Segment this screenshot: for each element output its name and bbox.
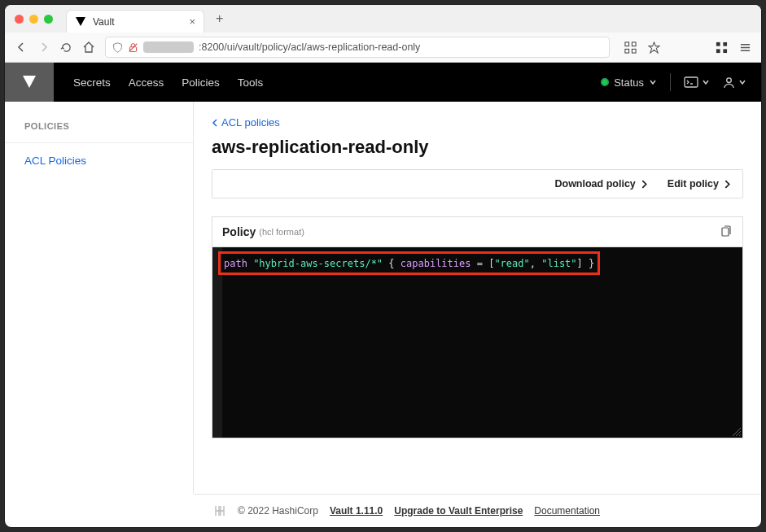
nav-tools[interactable]: Tools [238,76,264,89]
back-button[interactable] [15,41,28,54]
chevron-down-icon [738,78,746,86]
nav-access[interactable]: Access [129,76,164,89]
download-policy-button[interactable]: Download policy [554,178,647,190]
svg-rect-6 [716,41,720,46]
copy-icon[interactable] [720,225,733,238]
breadcrumb-label: ACL policies [221,116,280,129]
browser-tab[interactable]: Vault × [66,10,204,33]
edit-policy-button[interactable]: Edit policy [668,178,731,190]
highlighted-region: path "hybrid-aws-secrets/*" { capabiliti… [218,251,600,275]
chevron-down-icon [649,78,657,86]
vault-top-nav: Secrets Access Policies Tools Status [5,63,761,102]
breadcrumb[interactable]: ACL policies [212,116,743,129]
url-path: :8200/ui/vault/policy/acl/aws-replicatio… [199,41,420,53]
svg-rect-8 [716,49,720,53]
maximize-window-button[interactable] [44,15,53,24]
code-gutter [212,247,222,438]
hamburger-menu-icon[interactable] [739,41,751,54]
svg-rect-4 [625,49,629,53]
policy-panel: Policy (hcl format) path "hybrid-aws-sec… [212,216,743,438]
chevron-right-icon [724,180,731,189]
new-tab-button[interactable]: + [211,11,228,26]
panel-title: Policy [222,225,256,238]
svg-point-14 [727,77,732,82]
footer-upgrade-link[interactable]: Upgrade to Vault Enterprise [394,505,523,517]
tab-title: Vault [93,16,182,28]
shield-icon [112,42,123,53]
svg-rect-15 [722,228,729,236]
bookmark-star-icon[interactable] [648,41,660,54]
window-controls [11,15,59,24]
user-dropdown[interactable] [723,76,746,89]
svg-rect-5 [632,49,636,53]
footer-copyright: © 2022 HashiCorp [238,505,318,517]
nav-policies[interactable]: Policies [182,76,220,89]
close-window-button[interactable] [15,15,24,24]
hashicorp-logo-icon [213,504,226,517]
address-bar[interactable]: :8200/ui/vault/policy/acl/aws-replicatio… [105,37,610,58]
resize-handle-icon[interactable] [733,428,741,436]
footer-docs-link[interactable]: Documentation [534,505,600,517]
svg-rect-13 [685,77,698,87]
footer-version-link[interactable]: Vault 1.11.0 [330,505,383,517]
code-editor[interactable]: path "hybrid-aws-secrets/*" { capabiliti… [212,247,742,438]
panel-subtitle: (hcl format) [259,227,304,237]
status-indicator-icon [601,78,609,86]
chevron-down-icon [702,78,710,86]
vault-logo[interactable] [5,63,54,102]
vault-favicon-icon [75,16,86,28]
svg-rect-9 [723,49,727,53]
status-label: Status [614,76,644,89]
main-content: ACL policies aws-replication-read-only D… [194,102,761,494]
page-title: aws-replication-read-only [212,137,743,158]
sidebar: POLICIES ACL Policies [5,102,194,494]
lock-broken-icon [128,42,138,53]
svg-rect-7 [723,41,727,46]
svg-rect-3 [632,41,636,46]
user-icon [723,76,735,89]
forward-button[interactable] [37,41,50,54]
status-dropdown[interactable]: Status [601,76,657,89]
sidebar-item-acl-policies[interactable]: ACL Policies [5,143,193,178]
reload-button[interactable] [60,41,72,54]
chevron-left-icon [212,119,218,127]
nav-secrets[interactable]: Secrets [73,76,111,89]
console-icon [684,76,698,88]
sidebar-heading: POLICIES [5,121,193,143]
home-button[interactable] [82,41,95,54]
actions-bar: Download policy Edit policy [212,169,743,198]
url-host-redacted [143,41,194,53]
chevron-right-icon [641,180,648,189]
minimize-window-button[interactable] [29,15,38,24]
close-tab-icon[interactable]: × [189,15,195,28]
footer: © 2022 HashiCorp Vault 1.11.0 Upgrade to… [194,494,761,527]
svg-line-1 [129,43,138,51]
svg-rect-2 [625,41,629,46]
qr-icon[interactable] [624,41,637,54]
console-dropdown[interactable] [684,76,710,88]
apps-grid-icon[interactable] [716,41,728,54]
browser-chrome: Vault × + [5,5,761,63]
